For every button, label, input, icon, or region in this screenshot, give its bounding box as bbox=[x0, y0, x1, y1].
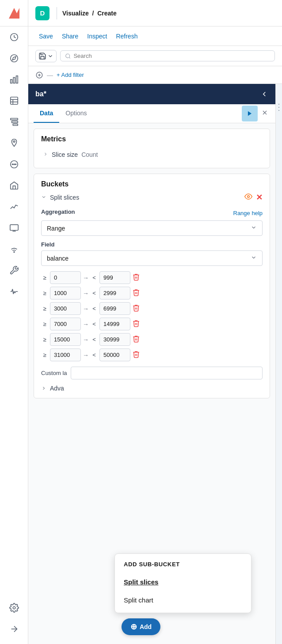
field-label: Field bbox=[41, 241, 263, 248]
tab-actions bbox=[242, 106, 270, 121]
sidebar-item-dots[interactable] bbox=[0, 154, 28, 175]
main-content: ba* Data Options Metrics bbox=[28, 84, 282, 644]
sidebar-item-compass[interactable] bbox=[0, 48, 28, 69]
svg-rect-21 bbox=[10, 225, 18, 231]
search-box[interactable] bbox=[60, 50, 275, 61]
inspect-button[interactable]: Inspect bbox=[84, 31, 111, 42]
custom-label-input[interactable] bbox=[71, 367, 263, 379]
svg-point-27 bbox=[66, 53, 70, 57]
metric-label: Slice size bbox=[52, 151, 78, 158]
search-icon bbox=[65, 53, 71, 59]
sidebar-item-wifi[interactable] bbox=[0, 239, 28, 260]
svg-point-25 bbox=[13, 606, 15, 609]
range-delete-icon[interactable] bbox=[132, 288, 140, 298]
sidebar-item-tool[interactable] bbox=[0, 260, 28, 281]
buckets-title: Buckets bbox=[41, 180, 263, 188]
tab-data[interactable]: Data bbox=[34, 104, 59, 123]
split-slices-header: Split slices ✕ bbox=[41, 193, 263, 202]
range-row: ≥ → < bbox=[41, 287, 263, 299]
range-help-link[interactable]: Range help bbox=[233, 210, 263, 216]
sub-bucket-item-split-chart[interactable]: Split chart bbox=[115, 591, 251, 609]
filter-save-icon-btn[interactable] bbox=[35, 50, 57, 62]
range-delete-icon[interactable] bbox=[132, 304, 140, 314]
svg-point-4 bbox=[10, 55, 18, 62]
range-rows: ≥ → < ≥ → < ≥ → < ≥ → < ≥ bbox=[41, 271, 263, 361]
field-caret-icon bbox=[251, 254, 257, 262]
range-to-input[interactable] bbox=[99, 302, 130, 315]
range-to-input[interactable] bbox=[99, 318, 130, 330]
sidebar-item-chart[interactable] bbox=[0, 69, 28, 90]
metric-chevron-icon[interactable] bbox=[43, 152, 48, 158]
range-row: ≥ → < bbox=[41, 333, 263, 346]
sidebar-item-home[interactable] bbox=[0, 175, 28, 196]
save-button[interactable]: Save bbox=[35, 31, 57, 42]
range-to-input[interactable] bbox=[99, 349, 130, 361]
range-from-input[interactable] bbox=[50, 349, 81, 361]
search-input[interactable] bbox=[73, 53, 270, 59]
share-button[interactable]: Share bbox=[58, 31, 82, 42]
sidebar-item-heartbeat[interactable] bbox=[0, 281, 28, 302]
eye-icon[interactable] bbox=[244, 193, 252, 202]
range-delete-icon[interactable] bbox=[132, 335, 140, 345]
sidebar-item-arrow[interactable] bbox=[0, 618, 28, 640]
range-to-input[interactable] bbox=[99, 333, 130, 346]
sidebar-item-settings[interactable] bbox=[0, 597, 28, 618]
play-icon bbox=[247, 110, 253, 117]
split-slices-label: Split slices bbox=[50, 194, 79, 201]
side-panel: ba* Data Options Metrics bbox=[28, 84, 276, 644]
range-from-input[interactable] bbox=[50, 271, 81, 284]
sidebar-item-nested[interactable] bbox=[0, 111, 28, 133]
sidebar-item-clock[interactable] bbox=[0, 27, 28, 48]
aggregation-label: Aggregation bbox=[41, 208, 75, 215]
split-slices-actions: ✕ bbox=[244, 193, 263, 202]
play-button[interactable] bbox=[242, 106, 258, 121]
tab-options[interactable]: Options bbox=[59, 104, 93, 123]
avatar: D bbox=[35, 6, 50, 20]
range-from-input[interactable] bbox=[50, 302, 81, 315]
sidebar-item-linechart[interactable] bbox=[0, 196, 28, 217]
range-delete-icon[interactable] bbox=[132, 350, 140, 360]
collapse-icon[interactable] bbox=[41, 194, 46, 201]
svg-rect-6 bbox=[10, 80, 12, 83]
range-arrow-icon: → bbox=[83, 352, 89, 359]
advanced-row[interactable]: Adva bbox=[41, 385, 263, 392]
field-select[interactable]: balance bbox=[41, 250, 263, 266]
delete-bucket-icon[interactable]: ✕ bbox=[256, 193, 263, 202]
sub-bucket-item-split-slices[interactable]: Split slices bbox=[115, 573, 251, 591]
range-delete-icon[interactable] bbox=[132, 273, 140, 283]
more-options-icon[interactable]: ⋮ bbox=[274, 102, 282, 112]
panel-collapse-icon[interactable] bbox=[260, 90, 268, 98]
range-to-input[interactable] bbox=[99, 271, 130, 284]
tab-bar: Data Options bbox=[28, 104, 275, 123]
aggregation-select[interactable]: Range bbox=[41, 220, 263, 236]
svg-rect-13 bbox=[10, 118, 18, 120]
svg-point-16 bbox=[13, 141, 15, 143]
range-delete-icon[interactable] bbox=[132, 319, 140, 329]
range-from-input[interactable] bbox=[50, 318, 81, 330]
sidebar-item-map[interactable] bbox=[0, 133, 28, 154]
sidebar-item-table[interactable] bbox=[0, 90, 28, 111]
aggregation-field: Aggregation Range help Range bbox=[41, 208, 263, 236]
range-gte-icon: ≥ bbox=[41, 336, 48, 343]
range-gte-icon: ≥ bbox=[41, 321, 48, 327]
refresh-button[interactable]: Refresh bbox=[112, 31, 141, 42]
add-button[interactable]: ⊕ Add bbox=[122, 618, 160, 635]
svg-point-19 bbox=[14, 164, 15, 165]
sidebar bbox=[0, 0, 28, 644]
range-from-input[interactable] bbox=[50, 333, 81, 346]
add-filter-btn[interactable]: + Add filter bbox=[57, 72, 84, 78]
range-from-input[interactable] bbox=[50, 287, 81, 299]
svg-point-35 bbox=[248, 196, 250, 198]
range-lt-icon: < bbox=[91, 321, 98, 327]
range-row: ≥ → < bbox=[41, 318, 263, 330]
range-lt-icon: < bbox=[91, 305, 98, 312]
sidebar-item-display[interactable] bbox=[0, 217, 28, 239]
panel-header: ba* bbox=[28, 84, 275, 104]
buckets-section: Buckets Split slices ✕ bbox=[34, 174, 270, 398]
svg-rect-9 bbox=[10, 97, 18, 105]
filterbar bbox=[28, 46, 282, 66]
app-logo[interactable] bbox=[0, 0, 28, 27]
svg-rect-7 bbox=[13, 77, 15, 83]
range-to-input[interactable] bbox=[99, 287, 130, 299]
close-button[interactable] bbox=[259, 107, 270, 120]
